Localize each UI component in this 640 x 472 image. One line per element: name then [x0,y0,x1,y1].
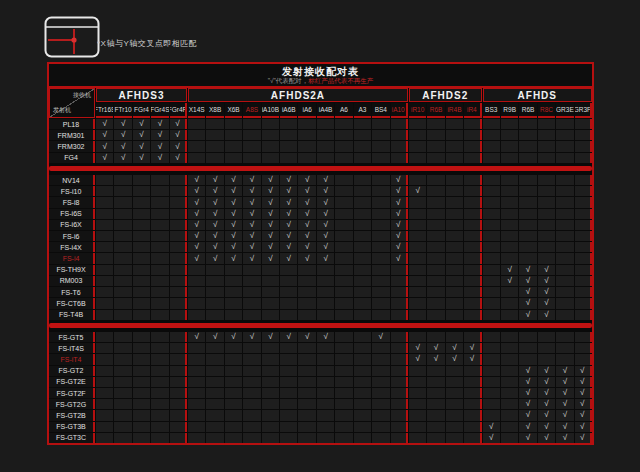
empty-cell [114,287,131,297]
receiver-column-header: FGr4 [133,103,150,118]
empty-cell [501,153,518,163]
empty-cell [391,287,408,297]
empty-cell [519,332,536,342]
empty-cell [427,153,444,163]
empty-cell [298,366,315,376]
transmitter-row-label: FS-TH9X [49,265,95,275]
transmitter-row-label: FRM301 [49,130,95,140]
empty-cell [206,388,223,398]
empty-cell [519,141,536,151]
empty-cell [446,388,463,398]
empty-cell [114,310,131,320]
empty-cell [262,343,279,353]
empty-cell [427,433,444,443]
empty-cell [188,287,205,297]
empty-cell [483,220,500,230]
empty-cell [409,410,426,420]
empty-cell [298,354,315,364]
empty-cell [538,119,555,129]
check-cell: √ [188,209,205,219]
check-cell: √ [151,153,168,163]
empty-cell [151,410,168,420]
group-separator [49,166,592,171]
check-cell: √ [188,231,205,241]
check-cell: √ [538,287,555,297]
empty-cell [114,366,131,376]
empty-cell [243,366,260,376]
empty-cell [372,242,389,252]
empty-cell [206,422,223,432]
empty-cell [464,377,481,387]
empty-cell [501,242,518,252]
empty-cell [206,119,223,129]
check-cell: √ [188,175,205,185]
check-cell: √ [538,366,555,376]
empty-cell [151,332,168,342]
empty-cell [280,119,297,129]
check-cell: √ [556,410,573,420]
empty-cell [446,265,463,275]
empty-cell [317,422,334,432]
empty-cell [501,399,518,409]
empty-cell [170,242,187,252]
empty-cell [427,141,444,151]
empty-cell [280,433,297,443]
check-cell: √ [538,265,555,275]
check-cell: √ [151,130,168,140]
empty-cell [446,332,463,342]
empty-cell [575,287,592,297]
check-cell: √ [317,220,334,230]
check-cell: √ [206,186,223,196]
check-cell: √ [575,377,592,387]
empty-cell [335,310,352,320]
empty-cell [151,197,168,207]
empty-cell [483,410,500,420]
receiver-column-header: iR4B [446,103,463,118]
empty-cell [354,209,371,219]
check-cell: √ [262,197,279,207]
empty-cell [206,399,223,409]
empty-cell [409,209,426,219]
empty-cell [556,354,573,364]
empty-cell [96,242,113,252]
check-cell: √ [243,253,260,263]
check-cell: √ [262,332,279,342]
empty-cell [151,209,168,219]
empty-cell [519,175,536,185]
check-cell: √ [317,332,334,342]
empty-cell [298,141,315,151]
check-cell: √ [501,276,518,286]
empty-cell [483,388,500,398]
check-cell: √ [206,231,223,241]
check-cell: √ [538,410,555,420]
subtitle-discontinued-note: 标红产品代表不再生产 [308,77,373,84]
empty-cell [464,433,481,443]
empty-cell [317,298,334,308]
empty-cell [519,186,536,196]
empty-cell [243,354,260,364]
corner-transmitter-label: 发射机 [53,106,71,115]
check-cell: √ [243,209,260,219]
check-cell: √ [317,186,334,196]
receiver-column-header: FGr4P [170,103,187,118]
empty-cell [243,388,260,398]
empty-cell [335,141,352,151]
empty-cell [243,310,260,320]
empty-cell [501,310,518,320]
empty-cell [188,119,205,129]
empty-cell [280,298,297,308]
empty-cell [538,197,555,207]
check-cell: √ [519,287,536,297]
empty-cell [409,153,426,163]
empty-cell [317,276,334,286]
empty-cell [538,231,555,241]
check-cell: √ [206,220,223,230]
protocol-group-header: AFHDS3 [96,88,187,102]
check-cell: √ [170,153,187,163]
receiver-column-header: iA10B [262,103,279,118]
empty-cell [519,209,536,219]
check-cell: √ [372,332,389,342]
check-cell: √ [317,242,334,252]
check-cell: √ [133,153,150,163]
check-cell: √ [298,332,315,342]
